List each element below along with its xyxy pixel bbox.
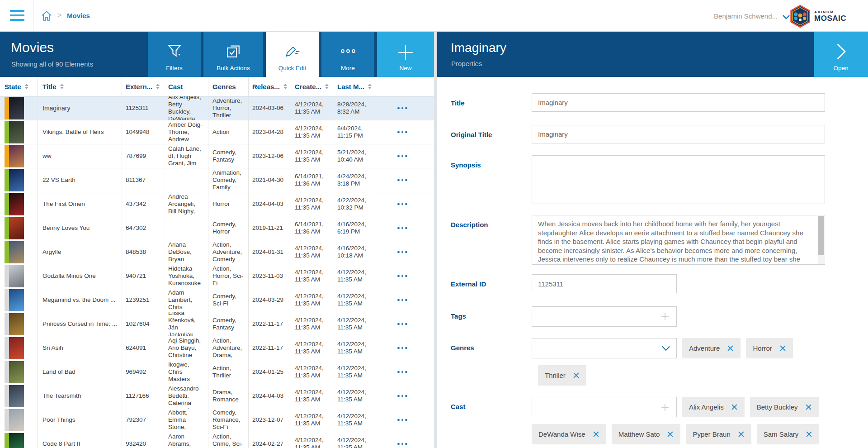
genres-cell: Comedy, Sci-Fi — [208, 288, 248, 312]
column-header-mod[interactable]: Last M... — [333, 77, 375, 96]
sort-icon[interactable] — [60, 84, 64, 89]
table-row[interactable]: Argylle848538Ariana DeBose, BryanAction,… — [0, 240, 434, 264]
tags-input[interactable] — [532, 306, 677, 327]
chevron-down-icon[interactable] — [782, 14, 790, 22]
row-actions-button[interactable] — [375, 336, 429, 360]
chip-remove-icon[interactable] — [573, 372, 580, 379]
filters-button[interactable]: Filters — [148, 32, 201, 77]
field-label-description: Description — [451, 215, 532, 265]
sort-icon[interactable] — [283, 84, 287, 89]
sort-icon[interactable] — [156, 84, 160, 89]
chip-remove-icon[interactable] — [738, 431, 745, 438]
chip-remove-icon[interactable] — [805, 404, 812, 410]
chip-remove-icon[interactable] — [727, 345, 734, 352]
table-row[interactable]: Land of Bad969492Chika Ikogwe, Chris Mas… — [0, 360, 434, 384]
cast-input[interactable] — [532, 397, 677, 417]
column-header-title[interactable]: Title — [38, 77, 122, 96]
table-row[interactable]: Code 8 Part II932420Aaron Abrams, AkielA… — [0, 432, 434, 448]
chip-remove-icon[interactable] — [593, 431, 599, 438]
page-title: Movies — [11, 40, 54, 55]
column-header-created[interactable]: Create... — [291, 77, 333, 96]
state-cell — [0, 120, 38, 144]
add-cast-plus-icon[interactable] — [660, 402, 670, 412]
genres-cell: Adventure, Horror, Thriller — [208, 96, 248, 120]
add-tag-plus-icon[interactable] — [660, 312, 670, 322]
column-header-state[interactable]: State — [0, 77, 38, 96]
properties-header: Imaginary Properties Open — [437, 32, 868, 77]
original-title-input[interactable]: Imaginary — [532, 125, 825, 143]
row-actions-button[interactable] — [375, 312, 429, 336]
row-actions-button[interactable] — [375, 144, 429, 168]
external-id-input[interactable]: 1125311 — [532, 274, 677, 293]
table-row[interactable]: 22 VS Earth811367Animation, Comedy, Fami… — [0, 168, 434, 192]
home-icon[interactable] — [41, 10, 52, 24]
scrollbar-track[interactable] — [818, 216, 824, 264]
state-cell — [0, 168, 38, 192]
poster-thumbnail — [9, 121, 24, 143]
poster-thumbnail — [9, 337, 24, 359]
chip-remove-icon[interactable] — [731, 404, 738, 410]
table-row[interactable]: The First Omen437342Andrea Arcangeli, Bi… — [0, 192, 434, 216]
logo-text-axinom: AXINOM — [814, 10, 846, 14]
chip-remove-icon[interactable] — [806, 431, 812, 438]
table-row[interactable]: ww787699Calah Lane, df, Hugh Grant, JimC… — [0, 144, 434, 168]
user-menu-label[interactable]: Benjamin Schwend... — [714, 12, 778, 20]
row-actions-button[interactable] — [375, 240, 429, 264]
title-input[interactable]: Imaginary — [532, 93, 825, 112]
row-actions-button[interactable] — [375, 288, 429, 312]
genres-cell: Drama, Romance — [208, 384, 248, 408]
row-actions-button[interactable] — [375, 192, 429, 216]
column-header-rel[interactable]: Releas... — [248, 77, 291, 96]
genres-cell: Comedy, Horror — [208, 216, 248, 240]
table-row[interactable]: Vikings: Battle of Heirs1049948Amber Doi… — [0, 120, 434, 144]
quick-edit-button[interactable]: Quick Edit — [266, 32, 319, 77]
table-row[interactable]: Poor Things792307Christopher Abbott, Emm… — [0, 408, 434, 432]
row-actions-button[interactable] — [375, 264, 429, 288]
hamburger-menu-icon[interactable] — [10, 10, 25, 22]
chip-remove-icon[interactable] — [779, 345, 786, 352]
open-button[interactable]: Open — [814, 32, 868, 77]
more-button[interactable]: More — [321, 32, 374, 77]
sort-icon[interactable] — [325, 84, 329, 89]
row-actions-button[interactable] — [375, 96, 429, 120]
table-row[interactable]: Imaginary1125311Alix Angelis, Betty Buck… — [0, 96, 434, 120]
sort-icon[interactable] — [25, 84, 28, 89]
row-actions-button[interactable] — [375, 168, 429, 192]
breadcrumb[interactable]: Movies — [67, 12, 90, 19]
row-actions-button[interactable] — [375, 360, 429, 384]
state-cell — [0, 384, 38, 408]
table-body: Imaginary1125311Alix Angelis, Betty Buck… — [0, 96, 434, 448]
row-actions-button[interactable] — [375, 408, 429, 432]
row-actions-button[interactable] — [375, 432, 429, 448]
chip-remove-icon[interactable] — [667, 431, 674, 438]
row-actions-button[interactable] — [375, 120, 429, 144]
bulk-actions-button[interactable]: Bulk Actions — [203, 32, 263, 77]
cast-cell: Calah Lane, df, Hugh Grant, Jim — [164, 144, 208, 168]
table-row[interactable]: The Tearsmith1127166Alessandro Bedetti, … — [0, 384, 434, 408]
released-cell: 2024-04-03 — [248, 384, 291, 408]
description-textarea[interactable]: When Jessica moves back into her childho… — [532, 215, 825, 265]
table-row[interactable]: Megamind vs. the Doom ...1239251Adam Lam… — [0, 288, 434, 312]
sort-icon[interactable] — [368, 84, 372, 89]
table-row[interactable]: Sri Asih624091Aqi Singgih, Ario Bayu, Ch… — [0, 336, 434, 360]
genres-cell: Comedy, Fantasy — [208, 312, 248, 336]
detail-subtitle: Properties — [451, 60, 482, 67]
external-id-cell: 932420 — [122, 432, 164, 448]
modified-cell: 4/12/2024, 11:35 AM — [333, 384, 375, 408]
table-row[interactable]: Benny Loves You647302Comedy, Horror2019-… — [0, 216, 434, 240]
bulk-actions-icon — [226, 43, 241, 59]
row-actions-button[interactable] — [375, 216, 429, 240]
title-cell: The First Omen — [38, 192, 122, 216]
state-cell — [0, 96, 38, 120]
table-row[interactable]: Godzilla Minus One940721Hidetaka Yoshiok… — [0, 264, 434, 288]
chevron-down-icon[interactable] — [661, 345, 670, 351]
row-actions-button[interactable] — [375, 384, 429, 408]
genres-cell: Action, Horror, Sci-Fi — [208, 264, 248, 288]
new-button[interactable]: New — [377, 32, 434, 77]
synopsis-textarea[interactable] — [532, 155, 825, 204]
genres-select[interactable] — [532, 338, 677, 358]
column-header-ext[interactable]: Extern... — [122, 77, 164, 96]
external-id-cell: 437342 — [122, 192, 164, 216]
table-row[interactable]: Princess Cursed in Time: ...1027604Elišk… — [0, 312, 434, 336]
scrollbar-thumb[interactable] — [818, 216, 824, 255]
